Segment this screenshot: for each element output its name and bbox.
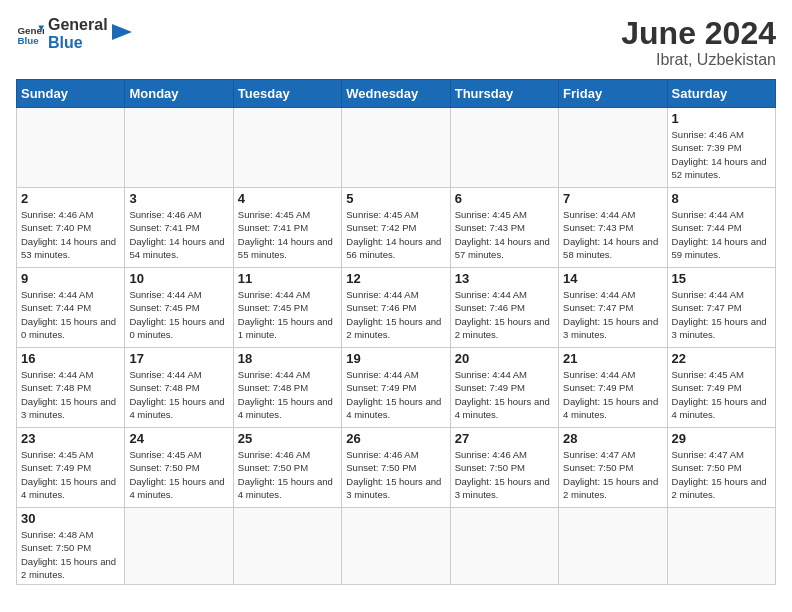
calendar-week-row: 30Sunrise: 4:48 AMSunset: 7:50 PMDayligh… (17, 508, 776, 585)
day-number: 23 (21, 431, 120, 446)
calendar-cell: 17Sunrise: 4:44 AMSunset: 7:48 PMDayligh… (125, 348, 233, 428)
day-number: 27 (455, 431, 554, 446)
calendar-cell: 24Sunrise: 4:45 AMSunset: 7:50 PMDayligh… (125, 428, 233, 508)
day-number: 16 (21, 351, 120, 366)
calendar-cell: 6Sunrise: 4:45 AMSunset: 7:43 PMDaylight… (450, 188, 558, 268)
calendar-cell: 29Sunrise: 4:47 AMSunset: 7:50 PMDayligh… (667, 428, 775, 508)
column-header-wednesday: Wednesday (342, 80, 450, 108)
header: General Blue General Blue June 2024 Ibra… (16, 16, 776, 69)
calendar-week-row: 16Sunrise: 4:44 AMSunset: 7:48 PMDayligh… (17, 348, 776, 428)
calendar-cell (342, 508, 450, 585)
calendar-cell (233, 108, 341, 188)
calendar-cell: 15Sunrise: 4:44 AMSunset: 7:47 PMDayligh… (667, 268, 775, 348)
column-header-monday: Monday (125, 80, 233, 108)
calendar-cell: 28Sunrise: 4:47 AMSunset: 7:50 PMDayligh… (559, 428, 667, 508)
day-info: Sunrise: 4:44 AMSunset: 7:48 PMDaylight:… (21, 368, 120, 421)
day-number: 24 (129, 431, 228, 446)
column-header-thursday: Thursday (450, 80, 558, 108)
month-year-title: June 2024 (621, 16, 776, 51)
calendar-cell: 1Sunrise: 4:46 AMSunset: 7:39 PMDaylight… (667, 108, 775, 188)
day-info: Sunrise: 4:45 AMSunset: 7:41 PMDaylight:… (238, 208, 337, 261)
title-area: June 2024 Ibrat, Uzbekistan (621, 16, 776, 69)
day-number: 11 (238, 271, 337, 286)
calendar-cell (125, 508, 233, 585)
day-info: Sunrise: 4:45 AMSunset: 7:42 PMDaylight:… (346, 208, 445, 261)
calendar-cell: 14Sunrise: 4:44 AMSunset: 7:47 PMDayligh… (559, 268, 667, 348)
day-info: Sunrise: 4:46 AMSunset: 7:39 PMDaylight:… (672, 128, 771, 181)
column-header-sunday: Sunday (17, 80, 125, 108)
day-number: 17 (129, 351, 228, 366)
day-number: 25 (238, 431, 337, 446)
calendar-cell: 30Sunrise: 4:48 AMSunset: 7:50 PMDayligh… (17, 508, 125, 585)
day-info: Sunrise: 4:44 AMSunset: 7:44 PMDaylight:… (21, 288, 120, 341)
day-info: Sunrise: 4:44 AMSunset: 7:49 PMDaylight:… (455, 368, 554, 421)
logo-blue: Blue (48, 34, 108, 52)
calendar-cell: 19Sunrise: 4:44 AMSunset: 7:49 PMDayligh… (342, 348, 450, 428)
calendar-cell: 20Sunrise: 4:44 AMSunset: 7:49 PMDayligh… (450, 348, 558, 428)
day-number: 21 (563, 351, 662, 366)
calendar-cell: 22Sunrise: 4:45 AMSunset: 7:49 PMDayligh… (667, 348, 775, 428)
calendar-cell: 11Sunrise: 4:44 AMSunset: 7:45 PMDayligh… (233, 268, 341, 348)
svg-text:Blue: Blue (17, 34, 39, 45)
calendar-header-row: SundayMondayTuesdayWednesdayThursdayFrid… (17, 80, 776, 108)
calendar-cell: 10Sunrise: 4:44 AMSunset: 7:45 PMDayligh… (125, 268, 233, 348)
day-number: 3 (129, 191, 228, 206)
day-number: 7 (563, 191, 662, 206)
logo-icon: General Blue (16, 20, 44, 48)
logo-triangle-icon (112, 24, 132, 44)
calendar-cell: 27Sunrise: 4:46 AMSunset: 7:50 PMDayligh… (450, 428, 558, 508)
day-info: Sunrise: 4:45 AMSunset: 7:49 PMDaylight:… (672, 368, 771, 421)
calendar-cell: 5Sunrise: 4:45 AMSunset: 7:42 PMDaylight… (342, 188, 450, 268)
day-info: Sunrise: 4:47 AMSunset: 7:50 PMDaylight:… (563, 448, 662, 501)
day-info: Sunrise: 4:48 AMSunset: 7:50 PMDaylight:… (21, 528, 120, 581)
calendar-cell: 23Sunrise: 4:45 AMSunset: 7:49 PMDayligh… (17, 428, 125, 508)
svg-marker-3 (112, 24, 132, 40)
day-info: Sunrise: 4:44 AMSunset: 7:48 PMDaylight:… (238, 368, 337, 421)
calendar-cell: 7Sunrise: 4:44 AMSunset: 7:43 PMDaylight… (559, 188, 667, 268)
column-header-tuesday: Tuesday (233, 80, 341, 108)
calendar-cell (450, 508, 558, 585)
calendar-cell (233, 508, 341, 585)
calendar-cell (342, 108, 450, 188)
day-number: 10 (129, 271, 228, 286)
calendar-cell: 16Sunrise: 4:44 AMSunset: 7:48 PMDayligh… (17, 348, 125, 428)
day-number: 9 (21, 271, 120, 286)
calendar-cell: 25Sunrise: 4:46 AMSunset: 7:50 PMDayligh… (233, 428, 341, 508)
day-number: 18 (238, 351, 337, 366)
day-info: Sunrise: 4:44 AMSunset: 7:45 PMDaylight:… (238, 288, 337, 341)
day-info: Sunrise: 4:44 AMSunset: 7:45 PMDaylight:… (129, 288, 228, 341)
column-header-friday: Friday (559, 80, 667, 108)
calendar-cell: 8Sunrise: 4:44 AMSunset: 7:44 PMDaylight… (667, 188, 775, 268)
calendar-cell: 21Sunrise: 4:44 AMSunset: 7:49 PMDayligh… (559, 348, 667, 428)
day-number: 15 (672, 271, 771, 286)
day-number: 8 (672, 191, 771, 206)
calendar-week-row: 23Sunrise: 4:45 AMSunset: 7:49 PMDayligh… (17, 428, 776, 508)
calendar-cell: 9Sunrise: 4:44 AMSunset: 7:44 PMDaylight… (17, 268, 125, 348)
day-number: 19 (346, 351, 445, 366)
day-number: 28 (563, 431, 662, 446)
day-info: Sunrise: 4:44 AMSunset: 7:47 PMDaylight:… (563, 288, 662, 341)
day-number: 5 (346, 191, 445, 206)
calendar-week-row: 2Sunrise: 4:46 AMSunset: 7:40 PMDaylight… (17, 188, 776, 268)
calendar-cell: 2Sunrise: 4:46 AMSunset: 7:40 PMDaylight… (17, 188, 125, 268)
day-number: 22 (672, 351, 771, 366)
calendar-cell (450, 108, 558, 188)
calendar-cell (667, 508, 775, 585)
day-number: 30 (21, 511, 120, 526)
day-info: Sunrise: 4:46 AMSunset: 7:41 PMDaylight:… (129, 208, 228, 261)
day-number: 26 (346, 431, 445, 446)
day-info: Sunrise: 4:44 AMSunset: 7:43 PMDaylight:… (563, 208, 662, 261)
day-info: Sunrise: 4:44 AMSunset: 7:46 PMDaylight:… (346, 288, 445, 341)
calendar-week-row: 1Sunrise: 4:46 AMSunset: 7:39 PMDaylight… (17, 108, 776, 188)
calendar-cell: 3Sunrise: 4:46 AMSunset: 7:41 PMDaylight… (125, 188, 233, 268)
column-header-saturday: Saturday (667, 80, 775, 108)
calendar-cell: 26Sunrise: 4:46 AMSunset: 7:50 PMDayligh… (342, 428, 450, 508)
day-info: Sunrise: 4:44 AMSunset: 7:46 PMDaylight:… (455, 288, 554, 341)
day-number: 14 (563, 271, 662, 286)
day-info: Sunrise: 4:45 AMSunset: 7:49 PMDaylight:… (21, 448, 120, 501)
location-subtitle: Ibrat, Uzbekistan (621, 51, 776, 69)
logo-general: General (48, 16, 108, 33)
calendar-week-row: 9Sunrise: 4:44 AMSunset: 7:44 PMDaylight… (17, 268, 776, 348)
calendar-cell (125, 108, 233, 188)
day-info: Sunrise: 4:45 AMSunset: 7:43 PMDaylight:… (455, 208, 554, 261)
